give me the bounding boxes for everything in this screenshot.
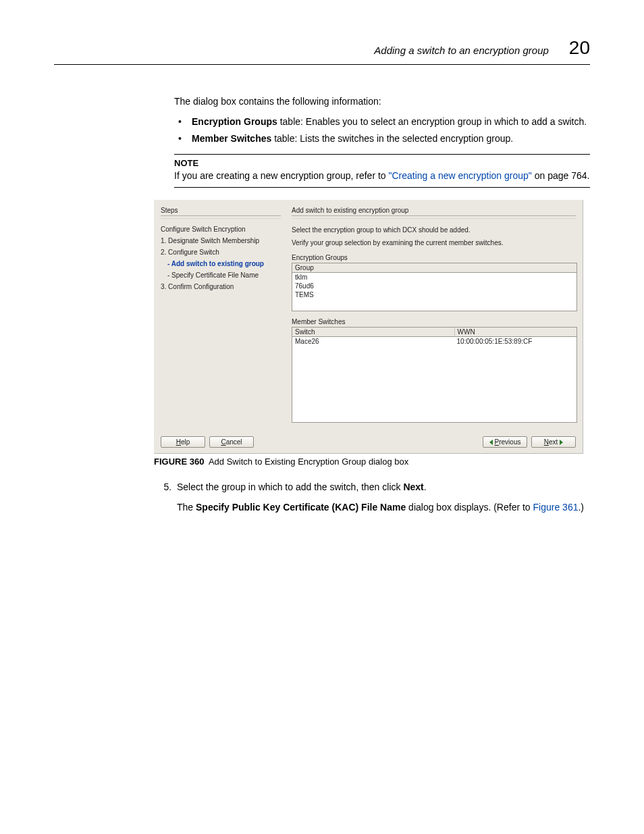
table-row[interactable]: Mace26 10:00:00:05:1E:53:89:CF: [292, 337, 576, 346]
cell-switch: Mace26: [292, 337, 454, 346]
step5-bold: Next: [403, 481, 423, 492]
bullet-text: table: Enables you to select an encrypti…: [277, 116, 587, 127]
after-post: .): [578, 502, 584, 513]
note-block: NOTE If you are creating a new encryptio…: [174, 154, 590, 188]
table-row[interactable]: tklm: [292, 273, 576, 282]
groups-header: Group: [292, 263, 576, 273]
steps-heading: Configure Switch Encryption: [161, 226, 281, 233]
groups-table-label: Encryption Groups: [292, 254, 576, 261]
step-3: 3. Confirm Configuration: [161, 283, 281, 290]
figure-caption-text: Add Switch to Existing Encryption Group …: [209, 457, 408, 467]
members-header: Switch WWN: [292, 328, 576, 337]
step-2: 2. Configure Switch: [161, 249, 281, 256]
note-body: If you are creating a new encryption gro…: [174, 170, 590, 183]
table-row[interactable]: TEMS: [292, 290, 576, 299]
after-mid: dialog box displays. (Refer to: [406, 502, 533, 513]
steps-panel: Steps Configure Switch Encryption 1. Des…: [161, 207, 281, 423]
arrow-right-icon: [560, 440, 563, 445]
step-1: 1. Designate Switch Membership: [161, 237, 281, 244]
arrow-left-icon: [489, 440, 493, 445]
intro-text: The dialog box contains the following in…: [174, 95, 590, 109]
list-item: Encryption Groups table: Enables you to …: [174, 115, 590, 129]
numbered-steps: Select the group in which to add the swi…: [154, 481, 590, 492]
dialog-button-row: Help Cancel Previous Next: [161, 436, 576, 448]
bullet-text: table: Lists the switches in the selecte…: [271, 133, 513, 144]
step-2b: - Specify Certificate File Name: [167, 271, 281, 279]
step5-followup: The Specify Public Key Certificate (KAC)…: [177, 502, 590, 513]
after-bold: Specify Public Key Certificate (KAC) Fil…: [196, 502, 406, 513]
dialog-instruction: Verify your group selection by examining…: [292, 238, 576, 247]
dialog-subtitle: Add switch to existing encryption group: [292, 207, 576, 216]
help-label-rest: elp: [181, 438, 190, 446]
figure-link[interactable]: Figure 361: [533, 502, 579, 513]
previous-button[interactable]: Previous: [483, 436, 527, 448]
list-item: Member Switches table: Lists the switche…: [174, 132, 590, 146]
cancel-label-rest: ancel: [226, 438, 242, 446]
step-2a-active: - Add switch to existing group: [167, 260, 281, 267]
chapter-number: 20: [569, 37, 590, 59]
header-section-title: Adding a switch to an encryption group: [374, 45, 549, 56]
steps-title: Steps: [161, 207, 281, 216]
note-pre: If you are creating a new encryption gro…: [174, 170, 389, 181]
bullet-bold: Member Switches: [192, 133, 271, 144]
members-table-label: Member Switches: [292, 318, 576, 325]
encryption-groups-table[interactable]: Group tklm 76ud6 TEMS: [292, 263, 577, 311]
col-wwn: WWN: [455, 328, 576, 336]
note-link[interactable]: "Creating a new encryption group": [389, 170, 532, 181]
step5-post: .: [424, 481, 427, 492]
table-row[interactable]: 76ud6: [292, 282, 576, 290]
note-label: NOTE: [174, 157, 590, 170]
note-post: on page 764.: [532, 170, 590, 181]
step5-pre: Select the group in which to add the swi…: [177, 481, 403, 492]
page-header: Adding a switch to an encryption group 2…: [54, 37, 590, 65]
dialog-screenshot: Steps Configure Switch Encryption 1. Des…: [154, 200, 583, 454]
step-5: Select the group in which to add the swi…: [174, 481, 590, 492]
bullet-list: Encryption Groups table: Enables you to …: [174, 115, 590, 146]
cell-wwn: 10:00:00:05:1E:53:89:CF: [454, 337, 576, 346]
dialog-instruction: Select the encryption group to which DCX…: [292, 226, 576, 234]
figure-number: FIGURE 360: [154, 457, 204, 467]
help-button[interactable]: Help: [161, 436, 205, 448]
after-pre: The: [177, 502, 196, 513]
figure-caption: FIGURE 360 Add Switch to Existing Encryp…: [154, 457, 590, 467]
cancel-button[interactable]: Cancel: [209, 436, 254, 448]
next-button[interactable]: Next: [531, 436, 576, 448]
col-switch: Switch: [292, 328, 455, 336]
bullet-bold: Encryption Groups: [192, 116, 277, 127]
member-switches-table[interactable]: Switch WWN Mace26 10:00:00:05:1E:53:89:C…: [292, 327, 577, 423]
dialog-main: Add switch to existing encryption group …: [292, 207, 576, 423]
